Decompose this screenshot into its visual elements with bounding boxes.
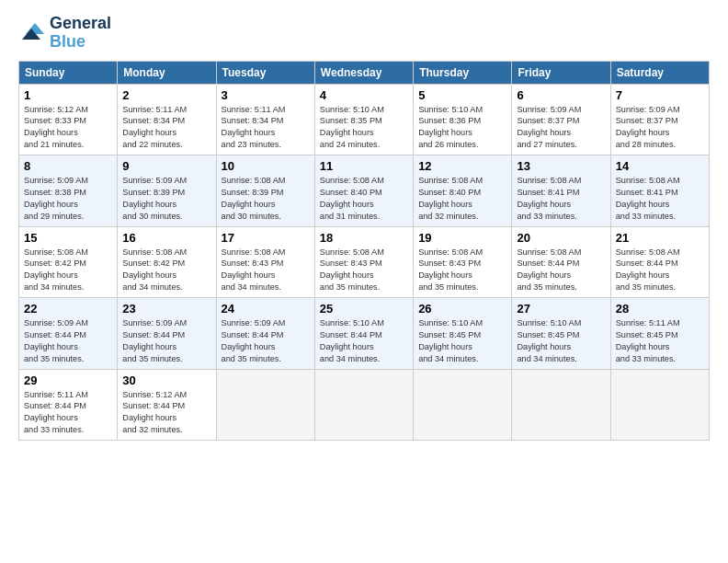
calendar-cell: 16 Sunrise: 5:08 AM Sunset: 8:42 PM Dayl…: [118, 226, 216, 298]
day-number: 25: [320, 302, 408, 316]
day-number: 1: [24, 88, 112, 102]
calendar-week-4: 22 Sunrise: 5:09 AM Sunset: 8:44 PM Dayl…: [19, 298, 710, 370]
day-info: Sunrise: 5:09 AM Sunset: 8:39 PM Dayligh…: [122, 175, 210, 223]
day-info: Sunrise: 5:12 AM Sunset: 8:33 PM Dayligh…: [24, 104, 112, 152]
calendar-cell: 15 Sunrise: 5:08 AM Sunset: 8:42 PM Dayl…: [19, 226, 118, 298]
logo-text: General Blue: [50, 15, 111, 52]
day-info: Sunrise: 5:08 AM Sunset: 8:42 PM Dayligh…: [122, 247, 210, 294]
calendar-cell: 28 Sunrise: 5:11 AM Sunset: 8:45 PM Dayl…: [610, 298, 709, 370]
calendar-cell: 9 Sunrise: 5:09 AM Sunset: 8:39 PM Dayli…: [118, 155, 216, 227]
logo: General Blue: [18, 15, 111, 52]
day-number: 8: [24, 159, 112, 173]
day-number: 4: [320, 88, 408, 102]
day-info: Sunrise: 5:08 AM Sunset: 8:40 PM Dayligh…: [320, 175, 408, 223]
calendar-cell: 3 Sunrise: 5:11 AM Sunset: 8:34 PM Dayli…: [216, 84, 314, 155]
calendar-cell: 30 Sunrise: 5:12 AM Sunset: 8:44 PM Dayl…: [118, 369, 216, 441]
day-number: 12: [418, 159, 506, 173]
calendar-cell: 5 Sunrise: 5:10 AM Sunset: 8:36 PM Dayli…: [414, 84, 512, 155]
day-number: 17: [222, 231, 310, 245]
day-info: Sunrise: 5:08 AM Sunset: 8:43 PM Dayligh…: [418, 247, 506, 294]
calendar-cell: [414, 369, 512, 441]
calendar-cell: 22 Sunrise: 5:09 AM Sunset: 8:44 PM Dayl…: [19, 298, 118, 370]
day-info: Sunrise: 5:09 AM Sunset: 8:44 PM Dayligh…: [222, 317, 310, 365]
day-number: 9: [122, 159, 210, 173]
calendar-week-5: 29 Sunrise: 5:11 AM Sunset: 8:44 PM Dayl…: [19, 369, 710, 441]
calendar-week-2: 8 Sunrise: 5:09 AM Sunset: 8:38 PM Dayli…: [19, 155, 710, 227]
day-number: 22: [24, 302, 112, 316]
day-info: Sunrise: 5:11 AM Sunset: 8:44 PM Dayligh…: [24, 389, 112, 437]
day-info: Sunrise: 5:11 AM Sunset: 8:34 PM Dayligh…: [122, 104, 210, 152]
day-number: 16: [122, 231, 210, 245]
day-number: 26: [418, 302, 506, 316]
calendar-cell: 6 Sunrise: 5:09 AM Sunset: 8:37 PM Dayli…: [512, 84, 610, 155]
day-header-tuesday: Tuesday: [216, 61, 314, 84]
day-header-saturday: Saturday: [610, 61, 709, 84]
day-info: Sunrise: 5:10 AM Sunset: 8:35 PM Dayligh…: [320, 104, 408, 152]
calendar-cell: [314, 369, 413, 441]
calendar-cell: 19 Sunrise: 5:08 AM Sunset: 8:43 PM Dayl…: [414, 226, 512, 298]
day-number: 29: [24, 373, 112, 387]
day-number: 3: [222, 88, 310, 102]
day-info: Sunrise: 5:08 AM Sunset: 8:40 PM Dayligh…: [418, 175, 506, 223]
calendar-cell: 20 Sunrise: 5:08 AM Sunset: 8:44 PM Dayl…: [512, 226, 610, 298]
day-header-wednesday: Wednesday: [314, 61, 413, 84]
calendar-cell: 27 Sunrise: 5:10 AM Sunset: 8:45 PM Dayl…: [512, 298, 610, 370]
calendar-cell: 7 Sunrise: 5:09 AM Sunset: 8:37 PM Dayli…: [610, 84, 709, 155]
day-info: Sunrise: 5:10 AM Sunset: 8:45 PM Dayligh…: [517, 317, 605, 365]
calendar-cell: 14 Sunrise: 5:08 AM Sunset: 8:41 PM Dayl…: [610, 155, 709, 227]
day-number: 10: [222, 159, 310, 173]
calendar-cell: 29 Sunrise: 5:11 AM Sunset: 8:44 PM Dayl…: [19, 369, 118, 441]
day-number: 11: [320, 159, 408, 173]
calendar-cell: [216, 369, 314, 441]
day-info: Sunrise: 5:08 AM Sunset: 8:41 PM Dayligh…: [517, 175, 605, 223]
day-number: 18: [320, 231, 408, 245]
calendar-cell: 21 Sunrise: 5:08 AM Sunset: 8:44 PM Dayl…: [610, 226, 709, 298]
day-number: 23: [122, 302, 210, 316]
day-header-sunday: Sunday: [19, 61, 118, 84]
day-number: 27: [517, 302, 605, 316]
day-header-monday: Monday: [118, 61, 216, 84]
calendar-cell: 1 Sunrise: 5:12 AM Sunset: 8:33 PM Dayli…: [19, 84, 118, 155]
day-info: Sunrise: 5:08 AM Sunset: 8:43 PM Dayligh…: [222, 247, 310, 294]
day-number: 28: [616, 302, 704, 316]
day-header-friday: Friday: [512, 61, 610, 84]
calendar-cell: 26 Sunrise: 5:10 AM Sunset: 8:45 PM Dayl…: [414, 298, 512, 370]
calendar-week-3: 15 Sunrise: 5:08 AM Sunset: 8:42 PM Dayl…: [19, 226, 710, 298]
calendar-week-1: 1 Sunrise: 5:12 AM Sunset: 8:33 PM Dayli…: [19, 84, 710, 155]
day-number: 2: [122, 88, 210, 102]
day-number: 6: [517, 88, 605, 102]
day-number: 24: [222, 302, 310, 316]
day-info: Sunrise: 5:10 AM Sunset: 8:36 PM Dayligh…: [418, 104, 506, 152]
logo-icon: [18, 19, 46, 47]
calendar-cell: 2 Sunrise: 5:11 AM Sunset: 8:34 PM Dayli…: [118, 84, 216, 155]
day-number: 7: [616, 88, 704, 102]
calendar-cell: 23 Sunrise: 5:09 AM Sunset: 8:44 PM Dayl…: [118, 298, 216, 370]
calendar-cell: 17 Sunrise: 5:08 AM Sunset: 8:43 PM Dayl…: [216, 226, 314, 298]
calendar-cell: 10 Sunrise: 5:08 AM Sunset: 8:39 PM Dayl…: [216, 155, 314, 227]
day-info: Sunrise: 5:08 AM Sunset: 8:43 PM Dayligh…: [320, 247, 408, 294]
calendar: SundayMondayTuesdayWednesdayThursdayFrid…: [18, 61, 710, 442]
calendar-cell: 4 Sunrise: 5:10 AM Sunset: 8:35 PM Dayli…: [314, 84, 413, 155]
day-number: 21: [616, 231, 704, 245]
day-number: 13: [517, 159, 605, 173]
calendar-cell: 18 Sunrise: 5:08 AM Sunset: 8:43 PM Dayl…: [314, 226, 413, 298]
calendar-cell: 13 Sunrise: 5:08 AM Sunset: 8:41 PM Dayl…: [512, 155, 610, 227]
day-info: Sunrise: 5:09 AM Sunset: 8:37 PM Dayligh…: [517, 104, 605, 152]
day-number: 19: [418, 231, 506, 245]
day-info: Sunrise: 5:08 AM Sunset: 8:44 PM Dayligh…: [517, 247, 605, 294]
page: General Blue SundayMondayTuesdayWednesda…: [0, 0, 728, 563]
calendar-cell: 8 Sunrise: 5:09 AM Sunset: 8:38 PM Dayli…: [19, 155, 118, 227]
day-info: Sunrise: 5:09 AM Sunset: 8:37 PM Dayligh…: [616, 104, 704, 152]
calendar-cell: [610, 369, 709, 441]
day-number: 5: [418, 88, 506, 102]
calendar-cell: 12 Sunrise: 5:08 AM Sunset: 8:40 PM Dayl…: [414, 155, 512, 227]
day-info: Sunrise: 5:08 AM Sunset: 8:44 PM Dayligh…: [616, 247, 704, 294]
day-number: 30: [122, 373, 210, 387]
calendar-header-row: SundayMondayTuesdayWednesdayThursdayFrid…: [19, 61, 710, 84]
calendar-cell: 25 Sunrise: 5:10 AM Sunset: 8:44 PM Dayl…: [314, 298, 413, 370]
day-info: Sunrise: 5:11 AM Sunset: 8:34 PM Dayligh…: [222, 104, 310, 152]
day-info: Sunrise: 5:08 AM Sunset: 8:39 PM Dayligh…: [222, 175, 310, 223]
day-number: 20: [517, 231, 605, 245]
header: General Blue: [18, 15, 710, 52]
day-info: Sunrise: 5:11 AM Sunset: 8:45 PM Dayligh…: [616, 317, 704, 365]
